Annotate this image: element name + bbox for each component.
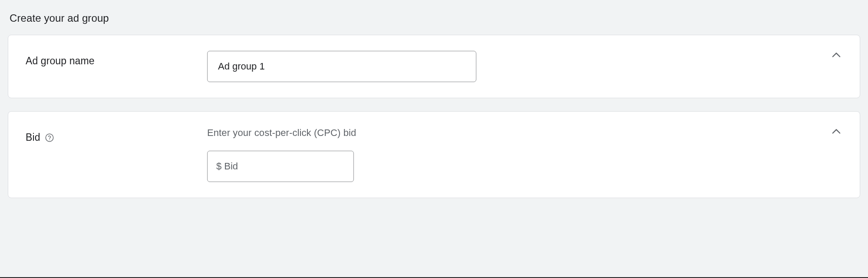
currency-symbol: $ [216, 161, 221, 172]
collapse-button-ad-group-name[interactable] [828, 48, 844, 64]
bid-hint: Enter your cost-per-click (CPC) bid [207, 127, 842, 139]
bid-field[interactable]: $ [207, 151, 354, 182]
svg-point-0 [46, 134, 53, 141]
bid-card: Bid Enter your cost-per-click (CPC) bid … [8, 111, 860, 198]
bid-label: Bid [26, 132, 40, 143]
chevron-up-icon [830, 126, 842, 139]
ad-group-name-field[interactable] [207, 51, 476, 82]
help-icon[interactable] [45, 133, 54, 142]
ad-group-name-input[interactable] [218, 61, 465, 72]
bid-input[interactable] [224, 161, 345, 172]
page-title: Create your ad group [8, 0, 860, 35]
ad-group-name-card: Ad group name [8, 35, 860, 98]
chevron-up-icon [830, 49, 842, 63]
ad-group-name-label: Ad group name [26, 55, 95, 67]
collapse-button-bid[interactable] [828, 125, 844, 140]
svg-point-1 [49, 139, 50, 140]
